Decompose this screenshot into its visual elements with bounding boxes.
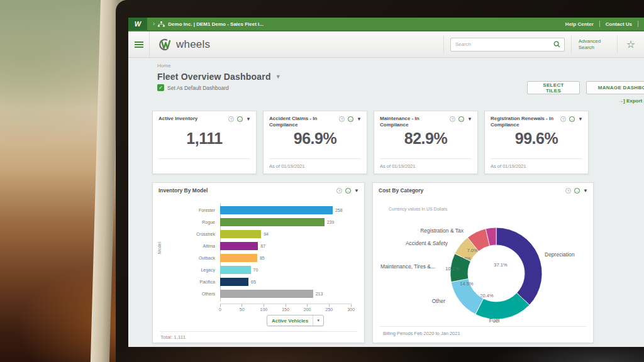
wheels-logo-mark [158, 38, 173, 51]
bar-category-label: Rogue [160, 220, 220, 224]
tile-menu-caret-icon[interactable]: ▼ [578, 116, 583, 122]
bar-value-label: 239 [327, 218, 335, 226]
wheels-logo[interactable]: wheels [158, 38, 210, 51]
bar-chart-x-axis: 050100150200250300 [220, 304, 351, 315]
bar-value-label: 213 [316, 290, 323, 298]
drill-icon[interactable]: → [569, 116, 575, 122]
donut-percent-label: 37.1% [494, 262, 508, 268]
brand-logo-square[interactable]: W [128, 18, 147, 30]
default-dashboard-checkbox[interactable]: ✓ [157, 84, 164, 91]
search-icon[interactable] [553, 41, 560, 48]
help-icon[interactable]: ? [228, 116, 234, 122]
bar-row: Crosstrek94 [160, 228, 364, 240]
tile-menu-caret-icon[interactable]: ▼ [467, 116, 472, 122]
divider [269, 158, 361, 159]
bar-category-label: Forester [160, 208, 220, 212]
x-tick-mark [329, 304, 330, 307]
cost-by-category-card: Cost By Category ? → ▼ Currency values i… [372, 182, 594, 343]
kpi-asof: As of 01/19/2021 [269, 163, 305, 169]
help-icon[interactable]: ? [560, 116, 566, 122]
page-title: Fleet Overview Dashboard [157, 72, 271, 82]
top-system-bar: W › Demo Inc. | DEM1 Demo - Sales Fleet … [128, 18, 644, 31]
donut-label: Registration & Tax [420, 228, 464, 234]
header-divider [443, 36, 444, 53]
divider [491, 158, 582, 159]
chart-title: Inventory By Model [158, 187, 208, 194]
header-divider [571, 36, 572, 53]
kpi-value: 1,111 [153, 129, 256, 148]
kpi-title: Maintenance - In Compliance [380, 116, 445, 128]
bar-category-label: Pacifica [160, 280, 220, 284]
donut-chart: Depreciation37.1%Fuel20.4%Other14.5%Main… [373, 183, 594, 329]
donut-label: Accident & Safety [406, 240, 448, 246]
bar-value-label: 70 [253, 266, 258, 274]
help-icon[interactable]: ? [336, 188, 342, 194]
bar-forester[interactable] [220, 206, 333, 214]
bar-outback[interactable] [220, 254, 257, 262]
wheels-logo-text: wheels [176, 38, 210, 51]
export-icon: →] [618, 98, 625, 104]
favorite-star-icon[interactable]: ☆ [626, 40, 635, 50]
donut-label: Other [432, 298, 445, 304]
topbar-divider [638, 21, 638, 27]
donut-percent-label: 7.0% [467, 248, 477, 253]
bar-legacy[interactable] [220, 266, 251, 274]
bar-row: Forester258 [160, 204, 364, 216]
bar-pacifica[interactable] [220, 278, 248, 286]
donut-label: Fuel [489, 317, 500, 324]
bar-altima[interactable] [220, 242, 258, 250]
donut-percent-label: 14.5% [460, 281, 474, 287]
export-label: Export P [626, 98, 644, 104]
help-icon[interactable]: ? [339, 116, 345, 122]
tile-menu-caret-icon[interactable]: ▼ [357, 116, 362, 122]
hamburger-menu-button[interactable] [128, 31, 150, 57]
active-vehicles-dropdown[interactable]: Active Vehicles ▼ [267, 315, 324, 326]
drill-icon[interactable]: → [458, 116, 464, 122]
bar-row: Legacy70 [160, 264, 364, 276]
dashboard-selector-caret-icon[interactable]: ▼ [275, 74, 281, 80]
search-input[interactable] [451, 41, 553, 47]
x-tick-mark [286, 304, 286, 307]
dropdown-label: Active Vehicles [267, 318, 313, 324]
x-tick-label: 100 [256, 307, 271, 312]
bar-row: Altima87 [160, 240, 364, 252]
hamburger-icon [135, 44, 143, 45]
header-divider [617, 36, 618, 53]
bar-row: Outback85 [160, 252, 364, 264]
org-selector[interactable]: Demo Inc. | DEM1 Demo - Sales Fleet I... [168, 21, 264, 27]
x-tick-mark [242, 304, 242, 307]
select-tiles-button[interactable]: SELECT TILES [527, 81, 580, 94]
export-page-link[interactable]: →] Export P [618, 98, 644, 104]
kpi-title: Active Inventory [158, 116, 197, 122]
donut-label: Depreciation [545, 251, 575, 258]
tile-menu-caret-icon[interactable]: ▼ [246, 116, 251, 122]
x-tick-mark [264, 304, 264, 307]
advanced-search-link[interactable]: Advanced Search [579, 38, 610, 51]
bar-value-label: 258 [335, 206, 343, 214]
org-hierarchy-icon [158, 21, 165, 27]
bar-crosstrek[interactable] [220, 230, 261, 238]
donut-percent-label: 10.1% [445, 266, 459, 272]
x-tick-mark [307, 304, 308, 307]
drill-icon[interactable]: → [345, 188, 351, 194]
kpi-card-accident-claims: Accident Claims - In Compliance ? → ▼ 96… [263, 111, 367, 174]
divider [380, 158, 472, 159]
drill-icon[interactable]: → [348, 116, 353, 122]
dashboard-content: Home Fleet Overview Dashboard ▼ ✓ Set As… [128, 58, 644, 347]
help-center-link[interactable]: Help Center [565, 21, 594, 27]
topbar-divider [599, 21, 600, 27]
kpi-card-registration-renewals: Registration Renewals - In Compliance ? … [484, 111, 589, 174]
help-icon[interactable]: ? [450, 116, 455, 122]
contact-us-link[interactable]: Contact Us [606, 21, 632, 27]
bar-others[interactable] [220, 290, 313, 298]
manage-dashboard-button[interactable]: MANAGE DASHBOARD [586, 81, 644, 94]
drill-icon[interactable]: → [237, 116, 243, 122]
bar-rogue[interactable] [220, 218, 325, 226]
bar-category-label: Crosstrek [160, 232, 220, 236]
kpi-value: 99.6% [485, 129, 588, 148]
breadcrumb[interactable]: Home [157, 63, 170, 69]
donut-percent-label: 7.2% [460, 256, 470, 261]
tile-menu-caret-icon[interactable]: ▼ [354, 188, 359, 194]
kpi-card-active-inventory: Active Inventory ? → ▼ 1,111 [152, 111, 257, 174]
bar-value-label: 85 [260, 254, 265, 262]
